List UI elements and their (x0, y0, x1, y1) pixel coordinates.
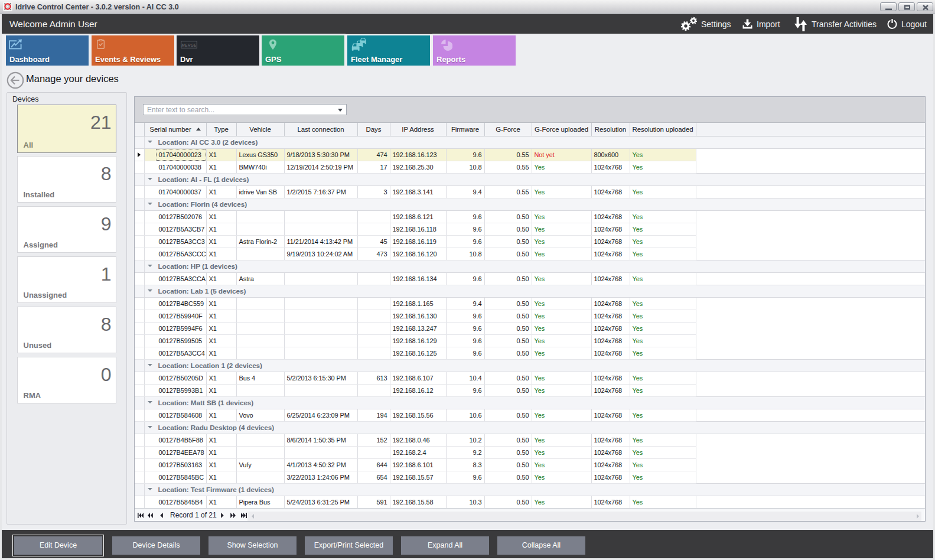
svg-text:MERGE: MERGE (181, 43, 197, 47)
